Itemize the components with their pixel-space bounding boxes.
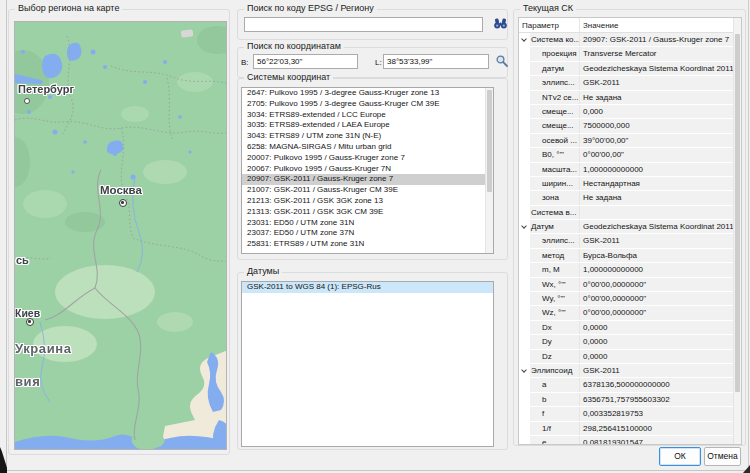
tree-gutter (519, 163, 530, 176)
crs-list[interactable]: 2647: Pulkovo 1995 / 3-degree Gauss-Krug… (241, 87, 494, 254)
epsg-search-button[interactable] (492, 16, 508, 32)
tree-gutter (519, 292, 530, 305)
value-cell: GSK-2011 (580, 364, 741, 377)
value-cell: 298,256415100000 (580, 422, 741, 435)
crs-list-item[interactable]: 25831: ETRS89 / UTM zone 31N (242, 239, 493, 250)
desktop-corner-bottom-right (743, 465, 750, 473)
current-cs-title: Текущая СК (520, 3, 576, 13)
param-cell: b (530, 393, 580, 406)
tree-gutter (519, 234, 530, 247)
tree-gutter (519, 321, 530, 334)
latitude-label: B: (241, 58, 249, 67)
cs-table-row[interactable]: 1/f298,256415100000 (519, 422, 741, 436)
cs-table-row[interactable]: Wx, °'"0°00'00,0000000" (519, 278, 741, 292)
cs-table-header: Параметр Значение (519, 18, 741, 33)
cs-table-row[interactable]: смеще...0,000 (519, 105, 741, 119)
latitude-input[interactable] (253, 54, 358, 69)
param-cell: Wy, °'" (530, 292, 580, 305)
cs-table-row[interactable]: Dz0,0000 (519, 350, 741, 364)
coordinate-systems-group: Системы координат 2647: Pulkovo 1995 / 3… (237, 78, 508, 260)
cs-table-row[interactable]: Wy, °'"0°00'00,0000000" (519, 292, 741, 306)
crs-list-item[interactable]: 23037: ED50 / UTM zone 37N (242, 228, 493, 239)
cs-table-row[interactable]: смеще...7500000,000 (519, 119, 741, 133)
param-cell: Эллипсоид (530, 364, 580, 377)
crs-list-item[interactable]: 3043: ETRS89 / UTM zone 31N (N-E) (242, 131, 493, 142)
cs-table-row[interactable]: Dy0,0000 (519, 335, 741, 349)
crs-list-item[interactable]: 23031: ED50 / UTM zone 31N (242, 218, 493, 229)
param-cell: Система в... (530, 206, 580, 219)
datum-list[interactable]: GSK-2011 to WGS 84 (1): EPSG-Rus (241, 281, 494, 447)
country-label-partial-moldova: вия (15, 374, 40, 389)
cs-table-row[interactable]: B0, °'"0°00'00,00" (519, 148, 741, 162)
crs-list-item[interactable]: 21213: GSK-2011 / GSK 3GK zone 13 (242, 196, 493, 207)
cs-table-row[interactable]: b6356751,757955603302 (519, 393, 741, 407)
city-marker-kiev[interactable] (26, 318, 34, 326)
cs-table-row[interactable]: e0,081819301547 (519, 436, 741, 445)
crs-list-item[interactable]: 3034: ETRS89-extended / LCC Europe (242, 110, 493, 121)
cs-table-row[interactable]: методБурса-Вольфа (519, 249, 741, 263)
longitude-label: L: (375, 58, 382, 67)
crs-list-item[interactable]: 2647: Pulkovo 1995 / 3-degree Gauss-Krug… (242, 88, 493, 99)
tree-expander[interactable] (519, 220, 530, 233)
crs-list-item[interactable]: 3035: ETRS89-extended / LAEA Europe (242, 120, 493, 131)
cs-table-row[interactable]: Система ко...20907: GSK-2011 / Gauss-Kru… (519, 33, 741, 47)
cs-table-scrollbar[interactable] (733, 18, 741, 444)
city-label-moscow: Москва (100, 184, 142, 196)
cs-table-row[interactable]: a6378136,500000000000 (519, 378, 741, 392)
cs-table-row[interactable]: осевой ...39°00'00,00" (519, 134, 741, 148)
cs-table-row[interactable]: Wz, °'"0°00'00,0000000" (519, 306, 741, 320)
cs-table-row[interactable]: ДатумGeodezicheskaya Sistema Koordinat 2… (519, 220, 741, 234)
city-marker-petersburg[interactable] (24, 98, 30, 104)
cs-table-row[interactable]: m, M1,000000000000 (519, 263, 741, 277)
cancel-button[interactable]: Отмена (704, 447, 741, 466)
tree-gutter (519, 393, 530, 406)
cs-table-row[interactable]: зонаНе задана (519, 191, 741, 205)
scrollbar-thumb[interactable] (735, 34, 740, 392)
coordinate-search-button[interactable] (494, 54, 510, 70)
cs-table-row[interactable]: Система в... (519, 206, 741, 220)
cs-table-row[interactable]: эллипс...GSK-2011 (519, 234, 741, 248)
tree-gutter (519, 436, 530, 445)
cs-table-row[interactable]: ширин...Нестандартная (519, 177, 741, 191)
cs-table-row[interactable]: эллипс...GSK-2011 (519, 76, 741, 90)
param-cell: Система ко... (530, 33, 580, 46)
cs-table-row[interactable]: проекцияTransverse Mercator (519, 47, 741, 61)
tree-gutter (519, 263, 530, 276)
ok-button[interactable]: ОК (659, 447, 701, 466)
tree-expander[interactable] (519, 364, 530, 377)
cs-table-rows: Система ко...20907: GSK-2011 / Gauss-Kru… (519, 33, 741, 445)
region-map[interactable]: Петербург Москва сь Киев Украина вия (14, 21, 227, 450)
datum-list-item[interactable]: GSK-2011 to WGS 84 (1): EPSG-Rus (242, 282, 493, 293)
window-edge-left (6, 0, 7, 470)
longitude-input[interactable] (383, 54, 489, 69)
epsg-search-input[interactable] (244, 17, 483, 32)
scrollbar-thumb[interactable] (487, 90, 492, 192)
param-cell: Wz, °'" (530, 306, 580, 319)
crs-list-item[interactable]: 20007: Pulkovo 1995 / Gauss-Kruger zone … (242, 153, 493, 164)
cs-table-row[interactable]: ЭллипсоидGSK-2011 (519, 364, 741, 378)
crs-list-item[interactable]: 21313: GSK-2011 / GSK 3GK CM 39E (242, 207, 493, 218)
crs-list-item[interactable]: 6258: MAGNA-SIRGAS / Mitu urban grid (242, 142, 493, 153)
cs-table-row[interactable]: Dx0,0000 (519, 321, 741, 335)
value-cell: 0,0000 (580, 335, 741, 348)
cs-table-row[interactable]: NTv2 се...Не задана (519, 91, 741, 105)
tree-expander[interactable] (519, 33, 530, 46)
chevron-down-icon (521, 223, 527, 229)
crs-list-item[interactable]: 2705: Pulkovo 1995 / 3-degree Gauss-Krug… (242, 99, 493, 110)
city-label-petersburg: Петербург (18, 83, 74, 95)
param-cell: 1/f (530, 422, 580, 435)
magnifier-icon (495, 54, 509, 68)
tree-gutter (519, 407, 530, 420)
crs-list-item[interactable]: 21007: GSK-2011 / Gauss-Kruger CM 39E (242, 185, 493, 196)
cs-table-row[interactable]: f0,003352819753 (519, 407, 741, 421)
tree-gutter (519, 62, 530, 75)
cs-table-row[interactable]: датумGeodezicheskaya Sistema Koordinat 2… (519, 62, 741, 76)
cs-table-row[interactable]: масшта...1,000000000000 (519, 163, 741, 177)
city-marker-moscow[interactable] (119, 199, 127, 207)
crs-list-item[interactable]: 20067: Pulkovo 1995 / Gauss-Kruger 7N (242, 164, 493, 175)
crs-list-item[interactable]: 20907: GSK-2011 / Gauss-Kruger zone 7 (242, 174, 493, 185)
value-cell: GSK-2011 (580, 76, 741, 89)
crs-list-scrollbar[interactable] (485, 88, 493, 253)
value-cell: Transverse Mercator (580, 47, 741, 60)
cs-parameter-table[interactable]: Параметр Значение Система ко...20907: GS… (518, 17, 742, 445)
